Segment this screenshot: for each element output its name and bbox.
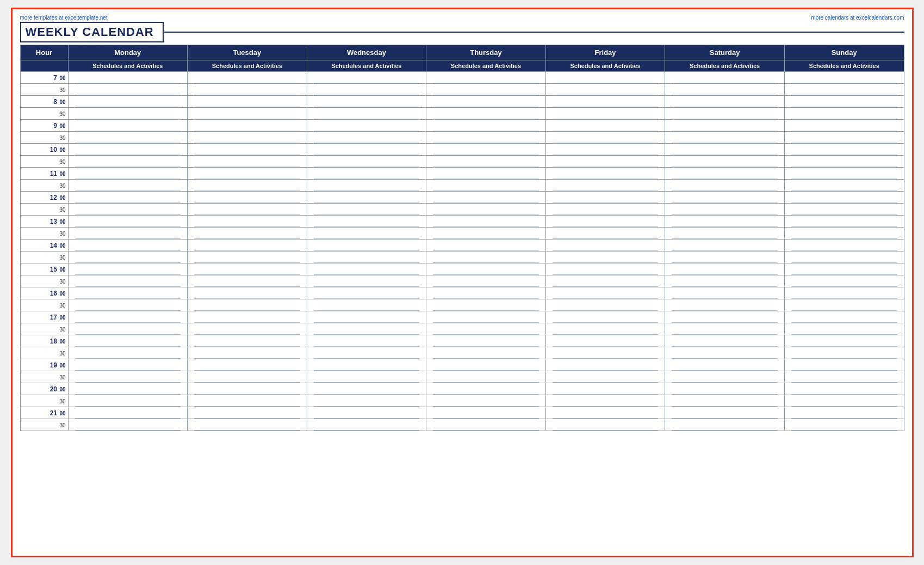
schedule-cell[interactable] (68, 120, 188, 132)
schedule-cell[interactable] (426, 120, 546, 132)
schedule-cell[interactable] (188, 96, 307, 108)
schedule-cell[interactable] (665, 108, 785, 120)
schedule-cell[interactable] (68, 407, 188, 419)
schedule-cell[interactable] (665, 419, 785, 431)
schedule-cell[interactable] (545, 239, 665, 251)
schedule-cell[interactable] (426, 299, 546, 311)
schedule-cell[interactable] (545, 323, 665, 335)
schedule-cell[interactable] (426, 323, 546, 335)
schedule-cell[interactable] (784, 263, 904, 275)
schedule-cell[interactable] (307, 311, 426, 323)
schedule-cell[interactable] (784, 335, 904, 347)
schedule-cell[interactable] (784, 84, 904, 96)
schedule-cell[interactable] (307, 395, 426, 407)
schedule-cell[interactable] (307, 120, 426, 132)
schedule-cell[interactable] (784, 156, 904, 168)
schedule-cell[interactable] (665, 96, 785, 108)
schedule-cell[interactable] (784, 72, 904, 84)
schedule-cell[interactable] (784, 383, 904, 395)
schedule-cell[interactable] (545, 144, 665, 156)
schedule-cell[interactable] (784, 120, 904, 132)
schedule-cell[interactable] (545, 419, 665, 431)
schedule-cell[interactable] (426, 228, 546, 239)
schedule-cell[interactable] (307, 251, 426, 263)
schedule-cell[interactable] (307, 383, 426, 395)
schedule-cell[interactable] (307, 96, 426, 108)
schedule-cell[interactable] (426, 239, 546, 251)
schedule-cell[interactable] (665, 156, 785, 168)
schedule-cell[interactable] (68, 180, 188, 192)
schedule-cell[interactable] (665, 371, 785, 383)
schedule-cell[interactable] (68, 216, 188, 228)
schedule-cell[interactable] (307, 359, 426, 371)
schedule-cell[interactable] (68, 144, 188, 156)
schedule-cell[interactable] (307, 108, 426, 120)
schedule-cell[interactable] (545, 84, 665, 96)
schedule-cell[interactable] (188, 156, 307, 168)
schedule-cell[interactable] (665, 347, 785, 359)
schedule-cell[interactable] (68, 335, 188, 347)
schedule-cell[interactable] (68, 72, 188, 84)
schedule-cell[interactable] (188, 383, 307, 395)
schedule-cell[interactable] (545, 287, 665, 299)
schedule-cell[interactable] (68, 251, 188, 263)
schedule-cell[interactable] (784, 407, 904, 419)
schedule-cell[interactable] (68, 371, 188, 383)
schedule-cell[interactable] (426, 407, 546, 419)
schedule-cell[interactable] (665, 299, 785, 311)
schedule-cell[interactable] (426, 192, 546, 204)
schedule-cell[interactable] (188, 84, 307, 96)
schedule-cell[interactable] (188, 263, 307, 275)
schedule-cell[interactable] (307, 275, 426, 287)
schedule-cell[interactable] (307, 323, 426, 335)
schedule-cell[interactable] (665, 335, 785, 347)
schedule-cell[interactable] (307, 132, 426, 144)
schedule-cell[interactable] (545, 192, 665, 204)
schedule-cell[interactable] (188, 239, 307, 251)
schedule-cell[interactable] (426, 108, 546, 120)
schedule-cell[interactable] (784, 323, 904, 335)
schedule-cell[interactable] (68, 239, 188, 251)
schedule-cell[interactable] (426, 371, 546, 383)
schedule-cell[interactable] (545, 395, 665, 407)
schedule-cell[interactable] (68, 323, 188, 335)
schedule-cell[interactable] (188, 335, 307, 347)
schedule-cell[interactable] (188, 311, 307, 323)
schedule-cell[interactable] (545, 407, 665, 419)
schedule-cell[interactable] (784, 96, 904, 108)
schedule-cell[interactable] (545, 120, 665, 132)
schedule-cell[interactable] (665, 407, 785, 419)
schedule-cell[interactable] (188, 72, 307, 84)
schedule-cell[interactable] (68, 311, 188, 323)
schedule-cell[interactable] (784, 239, 904, 251)
schedule-cell[interactable] (307, 72, 426, 84)
schedule-cell[interactable] (307, 407, 426, 419)
schedule-cell[interactable] (426, 347, 546, 359)
schedule-cell[interactable] (545, 371, 665, 383)
schedule-cell[interactable] (784, 311, 904, 323)
schedule-cell[interactable] (188, 192, 307, 204)
schedule-cell[interactable] (68, 204, 188, 216)
schedule-cell[interactable] (68, 383, 188, 395)
schedule-cell[interactable] (188, 299, 307, 311)
schedule-cell[interactable] (426, 156, 546, 168)
schedule-cell[interactable] (545, 359, 665, 371)
schedule-cell[interactable] (545, 335, 665, 347)
schedule-cell[interactable] (545, 168, 665, 180)
schedule-cell[interactable] (545, 96, 665, 108)
schedule-cell[interactable] (68, 228, 188, 239)
schedule-cell[interactable] (426, 263, 546, 275)
schedule-cell[interactable] (307, 156, 426, 168)
schedule-cell[interactable] (307, 180, 426, 192)
schedule-cell[interactable] (188, 108, 307, 120)
schedule-cell[interactable] (784, 275, 904, 287)
schedule-cell[interactable] (665, 168, 785, 180)
schedule-cell[interactable] (188, 407, 307, 419)
schedule-cell[interactable] (188, 395, 307, 407)
schedule-cell[interactable] (545, 108, 665, 120)
schedule-cell[interactable] (188, 168, 307, 180)
schedule-cell[interactable] (426, 132, 546, 144)
schedule-cell[interactable] (426, 311, 546, 323)
schedule-cell[interactable] (307, 347, 426, 359)
schedule-cell[interactable] (68, 299, 188, 311)
